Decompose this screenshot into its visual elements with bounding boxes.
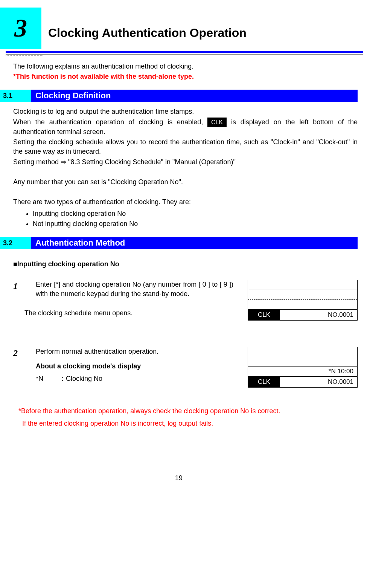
about-mode-line: *N ：Clocking No xyxy=(36,374,233,383)
step-2-text-block: Perform normal authentication operation.… xyxy=(36,347,236,384)
s1-para-6: There are two types of authentication of… xyxy=(13,197,358,207)
chapter-number-box: 3 xyxy=(0,8,41,49)
step-2-row: 2 Perform normal authentication operatio… xyxy=(13,347,358,388)
step-1-text-block: Enter [*] and clocking operation No (any… xyxy=(36,280,236,318)
about-n-label: *N xyxy=(36,374,43,383)
s1-para-3: Setting the clocking schedule allows you… xyxy=(13,137,358,156)
chapter-header: 3 Clocking Authentication Operation xyxy=(0,8,358,49)
body-content: The following explains an authentication… xyxy=(0,62,358,428)
s1-p2a: When the authentication operation of clo… xyxy=(13,118,207,126)
s2-subheading: ■Inputting clocking operation No xyxy=(13,260,358,269)
step-2-text: Perform normal authentication operation. xyxy=(36,347,233,356)
display-row-1 xyxy=(248,280,357,290)
s1-para-4: Setting method ⇒ "8.3 Setting Clocking S… xyxy=(13,157,358,167)
about-n-desc: ：Clocking No xyxy=(59,374,102,383)
chapter-title-container: Clocking Authentication Operation xyxy=(41,8,358,41)
display-row-3 xyxy=(248,300,357,310)
section-3-2-header: 3.2 Authentication Method xyxy=(0,237,358,249)
chapter-dashed-rule xyxy=(6,55,43,56)
step-1-text-2: The clocking schedule menu opens. xyxy=(24,309,233,318)
s1-para-1: Clocking is to log and output the authen… xyxy=(13,107,358,116)
intro-warning: *This function is not available with the… xyxy=(13,72,358,81)
step-1-display: CLK NO.0001 xyxy=(248,280,358,321)
warning-line-2: If the entered clocking operation No is … xyxy=(22,419,358,428)
clk-chip-inline: CLK xyxy=(207,118,227,127)
s1-para-2: When the authentication operation of clo… xyxy=(13,118,358,137)
step-1-text: Enter [*] and clocking operation No (any… xyxy=(36,280,233,299)
display-row-2 xyxy=(248,290,357,300)
chapter-number: 3 xyxy=(14,10,27,46)
display-no-value: NO.0001 xyxy=(280,310,357,320)
display2-row3-text: *N 10:00 xyxy=(248,367,357,376)
section-3-1-header: 3.1 Clocking Definition xyxy=(0,90,358,102)
about-mode-heading: About a clocking mode's display xyxy=(36,362,233,371)
warning-line-1: *Before the authentication operation, al… xyxy=(18,406,358,416)
s1-para-5: Any number that you can set is "Clocking… xyxy=(13,177,358,187)
step-2-display: *N 10:00 CLK NO.0001 xyxy=(248,347,358,388)
display2-no-value: NO.0001 xyxy=(280,377,357,387)
display2-row-3: *N 10:00 xyxy=(248,367,357,377)
intro-line-1: The following explains an authentication… xyxy=(13,62,358,71)
display2-clk-label: CLK xyxy=(248,377,280,387)
display2-bottom-row: CLK NO.0001 xyxy=(248,377,357,387)
display2-row-1 xyxy=(248,347,357,357)
step-1-row: 1 Enter [*] and clocking operation No (a… xyxy=(13,280,358,321)
chapter-divider xyxy=(6,51,363,55)
section-3-2-title: Authentication Method xyxy=(31,237,358,249)
display-clk-label: CLK xyxy=(248,310,280,320)
display2-row-2 xyxy=(248,357,357,367)
s1-bullet-2: Not inputting clocking operation No xyxy=(33,219,358,229)
page-number: 19 xyxy=(0,473,358,483)
section-3-2-number: 3.2 xyxy=(0,237,31,249)
section-3-1-number: 3.1 xyxy=(0,90,31,102)
s1-bullet-1: Inputting clocking operation No xyxy=(33,209,358,218)
s1-bullet-list: Inputting clocking operation No Not inpu… xyxy=(13,209,358,229)
step-1-number: 1 xyxy=(13,280,24,293)
chapter-title: Clocking Authentication Operation xyxy=(48,24,358,41)
section-3-1-title: Clocking Definition xyxy=(31,90,358,102)
step-2-number: 2 xyxy=(13,347,24,360)
display-bottom-row: CLK NO.0001 xyxy=(248,310,357,320)
